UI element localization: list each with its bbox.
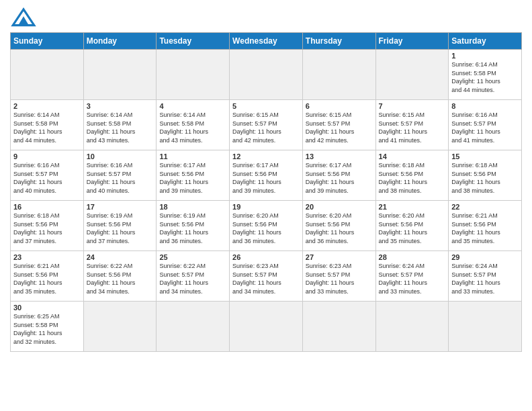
day-info: Sunrise: 6:20 AM Sunset: 5:56 PM Dayligh… <box>232 212 300 245</box>
day-number: 22 <box>451 203 519 211</box>
logo <box>10 7 40 27</box>
day-number: 13 <box>306 152 373 161</box>
calendar-cell <box>157 302 230 352</box>
day-info: Sunrise: 6:22 AM Sunset: 5:57 PM Dayligh… <box>159 262 226 295</box>
day-number: 20 <box>306 203 373 211</box>
svg-marker-1 <box>18 16 29 25</box>
day-info: Sunrise: 6:23 AM Sunset: 5:57 PM Dayligh… <box>232 262 300 295</box>
day-info: Sunrise: 6:15 AM Sunset: 5:57 PM Dayligh… <box>232 111 300 144</box>
day-number: 30 <box>13 304 81 312</box>
calendar-cell: 27Sunrise: 6:23 AM Sunset: 5:57 PM Dayli… <box>302 251 375 302</box>
calendar-cell: 1Sunrise: 6:14 AM Sunset: 5:58 PM Daylig… <box>449 50 522 100</box>
calendar-day-header: Saturday <box>449 33 522 50</box>
calendar-cell <box>302 302 375 352</box>
calendar-cell <box>230 50 303 100</box>
calendar-cell: 19Sunrise: 6:20 AM Sunset: 5:56 PM Dayli… <box>230 201 303 251</box>
day-number: 29 <box>451 253 519 261</box>
day-number: 6 <box>306 102 373 110</box>
day-number: 2 <box>13 102 81 110</box>
calendar-cell <box>83 50 157 100</box>
day-info: Sunrise: 6:18 AM Sunset: 5:56 PM Dayligh… <box>451 161 519 195</box>
calendar-body: 1Sunrise: 6:14 AM Sunset: 5:58 PM Daylig… <box>11 50 522 352</box>
day-info: Sunrise: 6:14 AM Sunset: 5:58 PM Dayligh… <box>451 60 519 94</box>
day-number: 4 <box>159 102 226 110</box>
calendar-cell <box>230 302 303 352</box>
calendar-cell: 13Sunrise: 6:17 AM Sunset: 5:56 PM Dayli… <box>302 150 375 201</box>
day-info: Sunrise: 6:16 AM Sunset: 5:57 PM Dayligh… <box>451 111 519 144</box>
calendar-cell: 17Sunrise: 6:19 AM Sunset: 5:56 PM Dayli… <box>83 201 157 251</box>
calendar-row: 2Sunrise: 6:14 AM Sunset: 5:58 PM Daylig… <box>11 100 522 150</box>
calendar-day-header: Tuesday <box>157 33 230 50</box>
day-number: 19 <box>232 203 300 211</box>
calendar-cell: 23Sunrise: 6:21 AM Sunset: 5:56 PM Dayli… <box>11 251 84 302</box>
day-number: 11 <box>159 152 226 161</box>
calendar-row: 1Sunrise: 6:14 AM Sunset: 5:58 PM Daylig… <box>11 50 522 100</box>
day-number: 15 <box>451 152 519 161</box>
day-info: Sunrise: 6:20 AM Sunset: 5:56 PM Dayligh… <box>306 212 373 245</box>
calendar-cell: 25Sunrise: 6:22 AM Sunset: 5:57 PM Dayli… <box>157 251 230 302</box>
day-info: Sunrise: 6:21 AM Sunset: 5:56 PM Dayligh… <box>13 262 81 295</box>
day-number: 23 <box>13 253 81 261</box>
calendar-cell <box>449 302 522 352</box>
page: SundayMondayTuesdayWednesdayThursdayFrid… <box>0 0 532 411</box>
day-info: Sunrise: 6:15 AM Sunset: 5:57 PM Dayligh… <box>306 111 373 144</box>
calendar-cell: 8Sunrise: 6:16 AM Sunset: 5:57 PM Daylig… <box>449 100 522 150</box>
calendar-day-header: Sunday <box>11 33 84 50</box>
calendar-cell <box>83 302 157 352</box>
calendar-cell <box>302 50 375 100</box>
calendar-row: 16Sunrise: 6:18 AM Sunset: 5:56 PM Dayli… <box>11 201 522 251</box>
day-info: Sunrise: 6:19 AM Sunset: 5:56 PM Dayligh… <box>87 212 154 245</box>
calendar-cell: 3Sunrise: 6:14 AM Sunset: 5:58 PM Daylig… <box>83 100 157 150</box>
day-number: 27 <box>306 253 373 261</box>
calendar-cell: 15Sunrise: 6:18 AM Sunset: 5:56 PM Dayli… <box>449 150 522 201</box>
day-number: 5 <box>232 102 300 110</box>
calendar-cell: 6Sunrise: 6:15 AM Sunset: 5:57 PM Daylig… <box>302 100 375 150</box>
calendar-row: 30Sunrise: 6:25 AM Sunset: 5:58 PM Dayli… <box>11 302 522 352</box>
logo-icon <box>10 7 37 27</box>
day-info: Sunrise: 6:18 AM Sunset: 5:56 PM Dayligh… <box>379 161 446 195</box>
calendar-cell: 5Sunrise: 6:15 AM Sunset: 5:57 PM Daylig… <box>230 100 303 150</box>
day-number: 21 <box>379 203 446 211</box>
calendar-cell: 16Sunrise: 6:18 AM Sunset: 5:56 PM Dayli… <box>11 201 84 251</box>
day-info: Sunrise: 6:14 AM Sunset: 5:58 PM Dayligh… <box>159 111 226 144</box>
calendar-cell: 30Sunrise: 6:25 AM Sunset: 5:58 PM Dayli… <box>11 302 84 352</box>
day-info: Sunrise: 6:17 AM Sunset: 5:56 PM Dayligh… <box>306 161 373 195</box>
day-number: 24 <box>87 253 154 261</box>
calendar-cell: 2Sunrise: 6:14 AM Sunset: 5:58 PM Daylig… <box>11 100 84 150</box>
calendar-cell: 11Sunrise: 6:17 AM Sunset: 5:56 PM Dayli… <box>157 150 230 201</box>
day-info: Sunrise: 6:23 AM Sunset: 5:57 PM Dayligh… <box>306 262 373 295</box>
day-info: Sunrise: 6:17 AM Sunset: 5:56 PM Dayligh… <box>232 161 300 195</box>
day-info: Sunrise: 6:22 AM Sunset: 5:56 PM Dayligh… <box>87 262 154 295</box>
calendar-day-header: Thursday <box>302 33 375 50</box>
calendar-day-header: Monday <box>83 33 157 50</box>
calendar-cell <box>375 50 449 100</box>
day-info: Sunrise: 6:14 AM Sunset: 5:58 PM Dayligh… <box>13 111 81 144</box>
day-info: Sunrise: 6:25 AM Sunset: 5:58 PM Dayligh… <box>13 312 81 346</box>
day-info: Sunrise: 6:24 AM Sunset: 5:57 PM Dayligh… <box>379 262 446 295</box>
calendar-cell: 22Sunrise: 6:21 AM Sunset: 5:56 PM Dayli… <box>449 201 522 251</box>
day-number: 28 <box>379 253 446 261</box>
day-number: 10 <box>87 152 154 161</box>
day-info: Sunrise: 6:21 AM Sunset: 5:56 PM Dayligh… <box>451 212 519 245</box>
calendar-cell: 12Sunrise: 6:17 AM Sunset: 5:56 PM Dayli… <box>230 150 303 201</box>
calendar-cell: 20Sunrise: 6:20 AM Sunset: 5:56 PM Dayli… <box>302 201 375 251</box>
day-number: 16 <box>13 203 81 211</box>
calendar-cell: 10Sunrise: 6:16 AM Sunset: 5:57 PM Dayli… <box>83 150 157 201</box>
day-info: Sunrise: 6:16 AM Sunset: 5:57 PM Dayligh… <box>13 161 81 195</box>
day-info: Sunrise: 6:18 AM Sunset: 5:56 PM Dayligh… <box>13 212 81 245</box>
calendar-cell: 24Sunrise: 6:22 AM Sunset: 5:56 PM Dayli… <box>83 251 157 302</box>
day-number: 17 <box>87 203 154 211</box>
calendar-cell: 21Sunrise: 6:20 AM Sunset: 5:56 PM Dayli… <box>375 201 449 251</box>
calendar: SundayMondayTuesdayWednesdayThursdayFrid… <box>10 32 522 352</box>
calendar-cell <box>375 302 449 352</box>
day-info: Sunrise: 6:16 AM Sunset: 5:57 PM Dayligh… <box>87 161 154 195</box>
calendar-day-header: Wednesday <box>230 33 303 50</box>
day-number: 26 <box>232 253 300 261</box>
day-number: 14 <box>379 152 446 161</box>
day-info: Sunrise: 6:20 AM Sunset: 5:56 PM Dayligh… <box>379 212 446 245</box>
day-number: 9 <box>13 152 81 161</box>
calendar-cell: 28Sunrise: 6:24 AM Sunset: 5:57 PM Dayli… <box>375 251 449 302</box>
day-number: 3 <box>87 102 154 110</box>
calendar-header-row: SundayMondayTuesdayWednesdayThursdayFrid… <box>11 33 522 50</box>
day-number: 7 <box>379 102 446 110</box>
